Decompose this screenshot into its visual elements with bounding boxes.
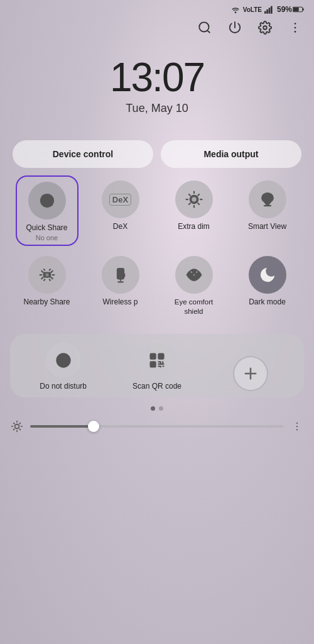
- quick-share-icon-bg: [28, 182, 66, 219]
- svg-rect-24: [152, 363, 154, 365]
- wireless-share-icon-bg: [102, 256, 139, 294]
- svg-point-28: [296, 429, 298, 430]
- svg-point-8: [263, 26, 267, 30]
- quick-actions-bar: [0, 16, 314, 42]
- dark-mode-icon-bg: [249, 256, 286, 294]
- svg-point-9: [295, 23, 296, 25]
- page-dots: [0, 402, 314, 416]
- quick-share-label: Quick Share No one: [26, 223, 67, 242]
- more-options-button[interactable]: [286, 19, 304, 36]
- tile-smart-view[interactable]: Smart View: [236, 180, 299, 246]
- volte-indicator: VoLTE: [243, 6, 262, 13]
- svg-point-10: [295, 27, 296, 29]
- brightness-slider[interactable]: [30, 425, 284, 428]
- svg-rect-1: [264, 11, 266, 14]
- clock-date: Tue, May 10: [0, 102, 314, 115]
- wireless-share-label: Wireless p: [102, 297, 138, 308]
- brightness-bar: [0, 416, 314, 436]
- status-bar: VoLTE 59%: [0, 0, 314, 16]
- qr-icon-bg: [139, 343, 175, 378]
- dex-icon: DeX: [109, 194, 131, 206]
- dark-mode-icon: [258, 265, 277, 284]
- tile-scan-qr[interactable]: Scan QR code: [126, 343, 188, 392]
- eye-comfort-label: Eye comfortshield: [175, 297, 213, 316]
- svg-point-26: [296, 423, 298, 424]
- dnd-icon-bg: [46, 343, 81, 378]
- brightness-low-icon: [10, 419, 24, 433]
- svg-rect-23: [160, 355, 162, 358]
- brightness-thumb[interactable]: [88, 421, 99, 432]
- dex-label: DeX: [113, 222, 127, 232]
- status-icons: VoLTE 59%: [230, 5, 304, 14]
- svg-rect-6: [293, 8, 299, 11]
- tile-dark-mode[interactable]: Dark mode: [236, 256, 299, 316]
- smart-view-icon: [258, 190, 277, 209]
- page-dot-1[interactable]: [151, 406, 155, 411]
- wifi-icon: [230, 5, 241, 14]
- tiles-row-2: Nearby Share Wireless p: [10, 256, 304, 316]
- control-buttons-row: Device control Media output: [0, 121, 314, 178]
- settings-button[interactable]: [256, 19, 274, 36]
- tile-wireless-share[interactable]: Wireless p: [89, 256, 152, 316]
- svg-rect-4: [271, 6, 273, 14]
- tiles-row-1: Quick Share No one DeX DeX Extra dim: [10, 180, 304, 246]
- svg-rect-2: [266, 9, 268, 14]
- svg-point-14: [192, 197, 197, 202]
- svg-point-25: [15, 425, 19, 429]
- sun-small-icon: [11, 420, 23, 433]
- more-icon: [288, 21, 302, 35]
- tile-nearby-share[interactable]: Nearby Share: [16, 256, 78, 316]
- extra-dim-label: Extra dim: [178, 222, 210, 232]
- wireless-share-icon: [111, 265, 130, 284]
- brightness-more-button[interactable]: [290, 419, 304, 433]
- tile-quick-share[interactable]: Quick Share No one: [16, 175, 78, 246]
- brightness-fill: [30, 425, 94, 428]
- extra-dim-icon-bg: [175, 180, 213, 218]
- search-button[interactable]: [196, 19, 214, 36]
- eye-comfort-icon: [185, 265, 203, 284]
- dnd-icon: [55, 352, 72, 369]
- tile-add[interactable]: [219, 356, 282, 391]
- svg-point-0: [234, 11, 236, 13]
- quick-share-icon: [38, 191, 57, 210]
- more-vertical-icon: [291, 421, 303, 432]
- svg-point-27: [296, 426, 298, 427]
- battery-indicator: 59%: [277, 5, 304, 14]
- svg-rect-22: [152, 355, 154, 358]
- tile-extra-dim[interactable]: Extra dim: [163, 180, 225, 246]
- clock-time: 13:07: [0, 54, 314, 101]
- battery-percent: 59%: [277, 5, 292, 14]
- quick-tiles: Quick Share No one DeX DeX Extra dim: [0, 178, 314, 331]
- tile-do-not-disturb[interactable]: Do not disturb: [32, 343, 95, 392]
- power-icon: [228, 21, 242, 35]
- power-button[interactable]: [226, 19, 244, 36]
- dnd-label: Do not disturb: [40, 382, 87, 392]
- dark-mode-label: Dark mode: [249, 297, 286, 308]
- qr-label: Scan QR code: [133, 382, 181, 392]
- bottom-tiles-row: Do not disturb Scan QR code: [10, 334, 304, 398]
- nearby-share-icon: [38, 265, 57, 284]
- signal-icon: [264, 5, 274, 14]
- svg-rect-3: [269, 8, 271, 13]
- page-dot-2[interactable]: [159, 406, 163, 411]
- smart-view-label: Smart View: [248, 222, 286, 232]
- smart-view-icon-bg: [249, 180, 286, 218]
- nearby-share-label: Nearby Share: [23, 297, 70, 308]
- eye-comfort-icon-bg: [175, 256, 213, 294]
- nearby-share-icon-bg: [28, 256, 66, 294]
- clock-section: 13:07 Tue, May 10: [0, 42, 314, 121]
- device-control-button[interactable]: Device control: [13, 140, 153, 168]
- add-icon: [242, 365, 259, 382]
- battery-icon: [293, 6, 304, 13]
- settings-icon: [258, 21, 272, 35]
- qr-icon: [148, 352, 166, 369]
- dex-icon-bg: DeX: [102, 180, 139, 218]
- tile-dex[interactable]: DeX DeX: [89, 180, 152, 246]
- add-icon-bg: [233, 356, 268, 391]
- svg-point-17: [193, 274, 195, 275]
- media-output-button[interactable]: Media output: [161, 140, 301, 168]
- tile-eye-comfort[interactable]: Eye comfortshield: [163, 256, 225, 316]
- svg-rect-7: [303, 9, 304, 11]
- svg-point-11: [295, 31, 296, 33]
- extra-dim-icon: [185, 190, 203, 209]
